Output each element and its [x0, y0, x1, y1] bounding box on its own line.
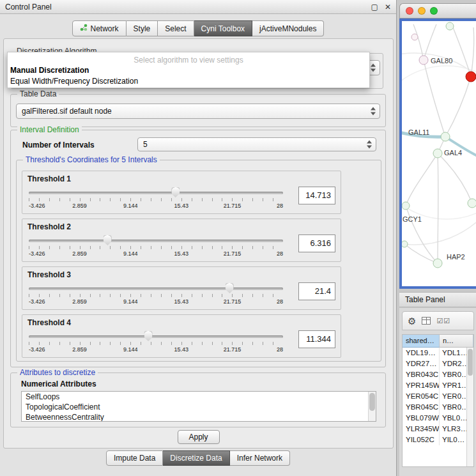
cell[interactable]: YIL052C	[403, 434, 440, 445]
combo-stepper-icon	[370, 64, 376, 72]
tab-discretize-data[interactable]: Discretize Data	[163, 450, 229, 466]
network-window-titlebar	[399, 3, 476, 19]
number-of-intervals-combobox[interactable]: 5	[137, 137, 376, 151]
slider-track[interactable]	[29, 240, 283, 242]
threshold-2-value-field[interactable]: 6.316	[298, 234, 335, 252]
table-row[interactable]: YDR27…YDR2…	[403, 358, 466, 369]
tab-jactivemnodules[interactable]: jActiveMNodules	[252, 20, 324, 36]
network-node[interactable]	[468, 199, 476, 208]
threshold-3-value-field[interactable]: 21.4	[298, 282, 335, 300]
minimize-traffic-light-icon[interactable]	[418, 7, 426, 15]
zoom-traffic-light-icon[interactable]	[430, 7, 438, 15]
cell[interactable]: YDL19…	[403, 348, 440, 358]
cell[interactable]: YBR0…	[440, 402, 466, 413]
table-data-combobox[interactable]: galFiltered.sif default node	[16, 104, 380, 119]
slider-thumb[interactable]	[104, 235, 112, 245]
slider-track[interactable]	[29, 288, 283, 290]
cell[interactable]: YER0…	[440, 391, 466, 402]
cell[interactable]: YER054C	[403, 391, 440, 402]
tab-select[interactable]: Select	[158, 20, 194, 36]
cell[interactable]: YPR1…	[440, 380, 466, 391]
cyni-toolbox-panel: Discretization Algorithm Select algorith…	[3, 38, 394, 449]
cell[interactable]: YBL079W	[403, 413, 440, 424]
node-label: GAL11	[408, 128, 429, 136]
popup-option-equal-width-frequency[interactable]: Equal Width/Frequency Discretization	[8, 76, 369, 87]
tab-network[interactable]: Network	[72, 20, 127, 36]
table-data-group: Table Data galFiltered.sif default node	[10, 94, 386, 127]
cell[interactable]: YPR145W	[403, 380, 440, 391]
list-item[interactable]: BetweennessCentrality	[22, 412, 376, 422]
table-row[interactable]: YDL19…YDL1…	[403, 348, 466, 358]
gear-icon[interactable]: ⚙	[408, 316, 416, 326]
list-item[interactable]: TopologicalCoefficient	[22, 402, 376, 412]
table-row[interactable]: YIL052CYIL0…	[403, 434, 466, 445]
network-node[interactable]	[446, 22, 454, 30]
list-item[interactable]: SelfLoops	[22, 392, 376, 402]
slider-thumb[interactable]	[226, 283, 234, 293]
cell[interactable]: YDL1…	[440, 348, 466, 358]
network-node[interactable]	[411, 34, 418, 40]
network-node-gal80[interactable]	[419, 56, 428, 65]
slider-track[interactable]	[29, 335, 283, 338]
node-label: GCY1	[403, 215, 422, 223]
numerical-attributes-list[interactable]: SelfLoops TopologicalCoefficient Between…	[21, 391, 376, 422]
threshold-4-slider[interactable]: -3.426 2.859 9.144 15.43 21.715 28	[29, 330, 283, 357]
float-window-icon[interactable]: ▢	[371, 3, 378, 12]
network-node[interactable]	[402, 241, 408, 247]
tick-label: 15.43	[174, 250, 189, 257]
slider-tick-labels: -3.426 2.859 9.144 15.43 21.715 28	[29, 250, 283, 257]
table-row[interactable]: YLR345WYLR3…	[403, 424, 466, 434]
close-icon[interactable]: ✕	[385, 3, 391, 12]
table-row[interactable]: YBR045CYBR0…	[403, 402, 466, 413]
popup-option-manual-discretization[interactable]: Manual Discretization	[8, 65, 369, 76]
slider-thumb[interactable]	[144, 331, 153, 341]
cell[interactable]: YDR27…	[403, 358, 440, 369]
network-node-gcy1[interactable]	[402, 202, 410, 210]
table-row[interactable]: YBL079WYBL0…	[403, 413, 466, 424]
table-body: YDL19…YDL1… YDR27…YDR2… YBR043CYBR0… YPR…	[403, 348, 466, 466]
table-panel-bar[interactable]: Table Panel	[399, 292, 476, 307]
column-header-name[interactable]: n…	[440, 335, 473, 348]
tab-infer-network[interactable]: Infer Network	[230, 450, 290, 466]
algorithm-dropdown-popup: Select algorithm to view settings Manual…	[7, 52, 370, 88]
cell[interactable]: YBR0…	[440, 369, 466, 380]
attributes-group-title: Attributes to discretize	[17, 368, 98, 377]
table-panel-title: Table Panel	[405, 295, 445, 304]
network-node-hap2[interactable]	[433, 259, 442, 268]
cell[interactable]: YLR345W	[403, 424, 440, 434]
table-row[interactable]: YBR043CYBR0…	[403, 369, 466, 380]
columns-icon[interactable]	[422, 317, 431, 325]
threshold-4-value-field[interactable]: 11.344	[298, 330, 335, 348]
apply-button[interactable]: Apply	[178, 430, 220, 444]
list-scrollbar[interactable]	[368, 392, 376, 421]
select-columns-icon[interactable]: ☑☑	[436, 317, 450, 325]
tick-label: 28	[277, 298, 283, 305]
threshold-2-slider[interactable]: -3.426 2.859 9.144 15.43 21.715 28	[29, 234, 283, 261]
cell[interactable]: YLR3…	[440, 424, 466, 434]
network-node-gal4[interactable]	[433, 149, 442, 158]
tab-cyni-toolbox[interactable]: Cyni Toolbox	[194, 20, 252, 36]
table-row[interactable]: YER054CYER0…	[403, 391, 466, 402]
threshold-1-slider[interactable]: -3.426 2.859 9.144 15.43 21.715 28	[29, 187, 283, 213]
scrollbar-thumb[interactable]	[369, 393, 375, 411]
tab-style[interactable]: Style	[127, 20, 158, 36]
cell[interactable]: YBR043C	[403, 369, 440, 380]
table-data-value: galFiltered.sif default node	[22, 107, 112, 116]
table-scrollbar[interactable]	[466, 348, 473, 466]
cell[interactable]: YBR045C	[403, 402, 440, 413]
network-canvas[interactable]: GAL80 GAL11 GAL4 GCY1 HAP2	[399, 19, 476, 289]
slider-thumb[interactable]	[171, 187, 180, 197]
slider-track[interactable]	[29, 192, 283, 194]
close-traffic-light-icon[interactable]	[406, 7, 413, 15]
tab-impute-data[interactable]: Impute Data	[106, 450, 163, 466]
table-row[interactable]: YPR145WYPR1…	[403, 380, 466, 391]
threshold-3-slider[interactable]: -3.426 2.859 9.144 15.43 21.715 28	[29, 282, 283, 309]
cell[interactable]: YDR2…	[440, 358, 466, 369]
scrollbar-thumb[interactable]	[468, 349, 473, 376]
network-node-selected-red[interactable]	[466, 72, 476, 82]
threshold-1-value-field[interactable]: 14.713	[298, 187, 335, 204]
network-node-gal11[interactable]	[441, 132, 450, 141]
cell[interactable]: YIL0…	[440, 434, 466, 445]
cell[interactable]: YBL0…	[440, 413, 466, 424]
column-header-shared-name[interactable]: shared…	[403, 335, 440, 348]
